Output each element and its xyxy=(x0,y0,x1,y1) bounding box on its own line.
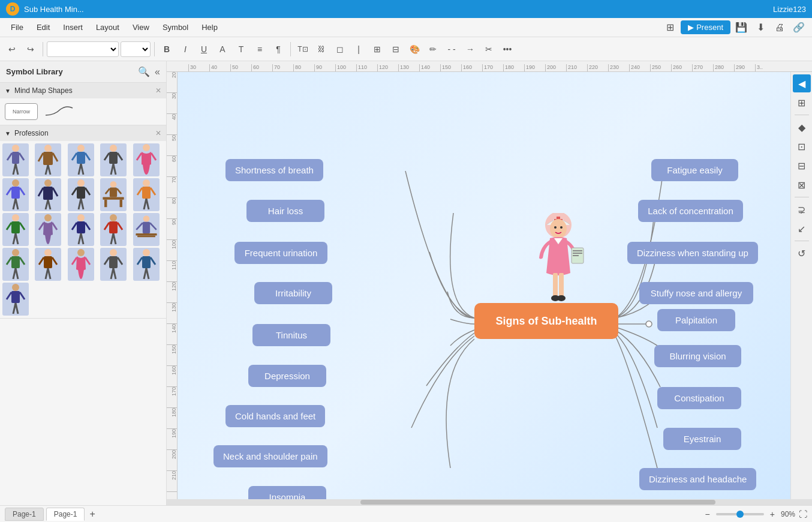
person-20[interactable] xyxy=(2,283,29,316)
share-btn[interactable]: 🔗 xyxy=(790,19,807,36)
left-node-9[interactable]: Insomnia xyxy=(248,486,326,499)
download-btn[interactable]: ⬇ xyxy=(752,19,769,36)
center-node[interactable]: Signs of Sub-health xyxy=(474,303,618,339)
menu-view[interactable]: View xyxy=(127,20,155,34)
canvas-scrollbar-thumb[interactable] xyxy=(360,500,715,505)
person-10[interactable] xyxy=(2,213,29,246)
sidebar-search-btn[interactable]: 🔍 xyxy=(138,66,150,77)
person-18[interactable] xyxy=(100,248,127,281)
person-9[interactable] xyxy=(133,178,160,211)
person-7[interactable] xyxy=(35,178,61,211)
menu-edit[interactable]: Edit xyxy=(31,20,56,34)
present-button[interactable]: ▶ Present xyxy=(681,20,730,34)
fill-btn[interactable]: 🎨 xyxy=(406,41,423,58)
menu-insert[interactable]: Insert xyxy=(57,20,89,34)
page-tab-active[interactable]: Page-1 xyxy=(46,508,85,521)
left-node-2[interactable]: Hair loss xyxy=(246,200,324,222)
save-btn[interactable]: 💾 xyxy=(733,19,750,36)
menu-layout[interactable]: Layout xyxy=(90,20,125,34)
person-6[interactable] xyxy=(2,178,29,211)
right-node-9[interactable]: Dizziness and headache xyxy=(639,468,756,490)
menu-symbol[interactable]: Symbol xyxy=(157,20,194,34)
person-5[interactable] xyxy=(133,143,160,176)
close-mind-map-section[interactable]: ✕ xyxy=(155,86,161,95)
right-panel-layers-btn[interactable]: ◆ xyxy=(793,118,811,136)
person-13[interactable] xyxy=(100,213,127,246)
profession-header[interactable]: ▼ Profession ✕ xyxy=(0,125,166,141)
person-11[interactable] xyxy=(35,213,61,246)
person-3[interactable] xyxy=(68,143,94,176)
view-mode-btn[interactable]: ⊞ xyxy=(661,19,678,36)
person-desk[interactable] xyxy=(100,178,127,211)
right-panel-undo-history-btn[interactable]: ↺ xyxy=(793,244,811,262)
zoom-in-btn[interactable]: + xyxy=(768,509,777,519)
crop-btn[interactable]: ✂ xyxy=(480,41,497,58)
link-btn[interactable]: ⛓ xyxy=(313,41,330,58)
fullscreen-btn[interactable]: ⛶ xyxy=(799,509,807,519)
right-node-4[interactable]: Stuffy nose and allergy xyxy=(639,282,753,304)
redo-btn[interactable]: ↪ xyxy=(22,41,39,58)
right-node-5[interactable]: Palpitation xyxy=(657,309,735,331)
right-node-3[interactable]: Dizziness when standing up xyxy=(627,242,758,264)
left-node-5[interactable]: Tinnitus xyxy=(252,324,330,346)
right-node-2[interactable]: Lack of concentration xyxy=(638,200,743,222)
more-shapes-btn[interactable]: | xyxy=(350,41,367,58)
canvas[interactable]: Signs of Sub-health xyxy=(178,72,790,499)
add-page-btn[interactable]: + xyxy=(89,509,95,520)
bold-btn[interactable]: B xyxy=(158,41,175,58)
person-15[interactable] xyxy=(2,248,29,281)
right-panel-data-btn[interactable]: ⊟ xyxy=(793,157,811,175)
right-panel-back-btn[interactable]: ◀ xyxy=(793,74,811,92)
zoom-slider[interactable] xyxy=(716,513,764,515)
person-8[interactable] xyxy=(68,178,94,211)
italic-btn[interactable]: I xyxy=(177,41,194,58)
text-box-btn[interactable]: T⊡ xyxy=(294,41,311,58)
zoom-out-btn[interactable]: − xyxy=(703,509,712,519)
right-node-8[interactable]: Eyestrain xyxy=(663,428,741,450)
line-btn[interactable]: ✏ xyxy=(425,41,441,58)
right-node-6[interactable]: Blurring vision xyxy=(654,345,741,367)
right-panel-img-btn[interactable]: ⊠ xyxy=(793,176,811,194)
right-panel-format-btn[interactable]: ⊡ xyxy=(793,137,811,155)
menu-file[interactable]: File xyxy=(5,20,29,34)
right-panel-expand-btn[interactable]: ↙ xyxy=(793,220,811,238)
font-family-select[interactable] xyxy=(47,41,119,57)
person-12[interactable] xyxy=(68,213,94,246)
undo-btn[interactable]: ↩ xyxy=(4,41,20,58)
node-demo[interactable]: Narrow xyxy=(5,103,38,120)
line-demo[interactable] xyxy=(43,103,76,120)
group-btn[interactable]: ⊞ xyxy=(369,41,386,58)
dash-btn[interactable]: - - xyxy=(443,41,460,58)
mind-map-shapes-header[interactable]: ▼ Mind Map Shapes ✕ xyxy=(0,83,166,98)
page-tab-1[interactable]: Page-1 xyxy=(5,508,44,521)
left-node-7[interactable]: Cold hands and feet xyxy=(225,405,325,427)
right-panel-pages-btn[interactable]: ⊞ xyxy=(793,94,811,112)
person-16[interactable] xyxy=(35,248,61,281)
para-btn[interactable]: ¶ xyxy=(270,41,287,58)
font-size-select[interactable] xyxy=(121,41,151,57)
right-node-1[interactable]: Fatigue easily xyxy=(651,159,738,181)
person-1[interactable] xyxy=(2,143,29,176)
left-node-4[interactable]: Irritability xyxy=(254,282,332,304)
underline-btn[interactable]: U xyxy=(196,41,212,58)
right-panel-arrange-btn[interactable]: ⊋ xyxy=(793,200,811,218)
right-node-7[interactable]: Constipation xyxy=(657,387,741,409)
print-btn[interactable]: 🖨 xyxy=(771,19,788,36)
ungroup-btn[interactable]: ⊟ xyxy=(387,41,404,58)
person-14[interactable] xyxy=(133,213,160,246)
left-node-6[interactable]: Depression xyxy=(248,365,326,387)
left-node-1[interactable]: Shortness of breath xyxy=(225,159,323,181)
font-color-btn[interactable]: A xyxy=(214,41,231,58)
person-19[interactable] xyxy=(133,248,160,281)
align-btn[interactable]: ≡ xyxy=(251,41,268,58)
arrow-btn[interactable]: → xyxy=(462,41,479,58)
more-btn[interactable]: ••• xyxy=(499,41,516,58)
person-17[interactable] xyxy=(68,248,94,281)
left-node-3[interactable]: Frequent urination xyxy=(234,242,327,264)
left-node-8[interactable]: Neck and shoulder pain xyxy=(213,445,327,467)
person-4[interactable] xyxy=(100,143,127,176)
shape-btn[interactable]: ◻ xyxy=(332,41,348,58)
menu-help[interactable]: Help xyxy=(196,20,224,34)
text-btn[interactable]: T xyxy=(233,41,249,58)
sidebar-collapse-btn[interactable]: « xyxy=(155,67,160,77)
